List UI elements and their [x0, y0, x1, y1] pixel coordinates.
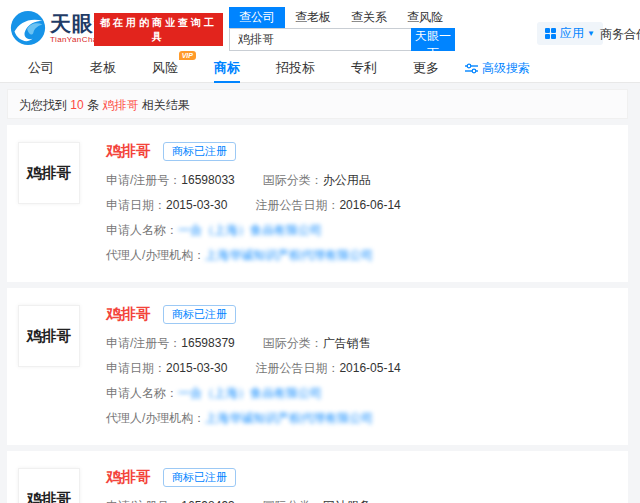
apply-date-value: 2015-03-30 — [166, 361, 227, 375]
nav-item-more[interactable]: 更多 — [413, 55, 439, 83]
search-tab-risk[interactable]: 查风险 — [397, 7, 453, 28]
nav-item-patent[interactable]: 专利 — [351, 55, 377, 83]
agent-link[interactable]: 上海华诚知识产权代理有限公司 — [205, 406, 373, 431]
announce-date-value: 2016-06-14 — [339, 198, 400, 212]
trademark-result-card: 鸡排哥 鸡排哥 商标已注册 申请/注册号：16598379 国际分类：广告销售 … — [7, 288, 628, 445]
status-badge: 商标已注册 — [163, 305, 236, 324]
apps-label: 应用 — [560, 25, 584, 42]
nav-item-boss[interactable]: 老板 — [90, 55, 116, 83]
business-cooperation-link[interactable]: 商务合作 — [600, 26, 640, 43]
chevron-down-icon: ▼ — [587, 29, 595, 38]
reg-no-value: 16598493 — [181, 499, 234, 503]
advanced-search-label: 高级搜索 — [482, 60, 530, 77]
eye-logo-icon — [10, 10, 46, 46]
search-input[interactable] — [229, 28, 411, 51]
category-nav: 公司 老板 风险VIP 商标 招投标 专利 更多 高级搜索 — [0, 55, 640, 83]
search-tab-relation[interactable]: 查关系 — [341, 7, 397, 28]
nav-item-company[interactable]: 公司 — [28, 55, 54, 83]
vip-badge: VIP — [179, 51, 196, 60]
trademark-image[interactable]: 鸡排哥 — [18, 305, 80, 367]
banner-line1: 都在用的商业查询工具 — [94, 16, 223, 44]
reg-no-value: 16598033 — [181, 173, 234, 187]
apps-grid-icon — [545, 28, 556, 39]
announce-date-value: 2016-05-14 — [339, 361, 400, 375]
agent-link[interactable]: 上海华诚知识产权代理有限公司 — [205, 243, 373, 268]
trademark-title-link[interactable]: 鸡排哥 — [106, 468, 151, 487]
search-tab-company[interactable]: 查公司 — [229, 7, 285, 28]
header: 天眼查 TianYanCha.com 都在用的商业查询工具 国家中小企业发展子基… — [0, 0, 640, 55]
results-count: 10 — [70, 98, 83, 112]
status-badge: 商标已注册 — [163, 142, 236, 161]
trademark-result-card: 鸡排哥 鸡排哥 商标已注册 申请/注册号：16598493 国际分类：网站服务 … — [7, 451, 628, 503]
advanced-search-link[interactable]: 高级搜索 — [465, 60, 530, 77]
trademark-image[interactable]: 鸡排哥 — [18, 468, 80, 503]
apply-date-value: 2015-03-30 — [166, 198, 227, 212]
nav-item-risk[interactable]: 风险VIP — [152, 55, 178, 83]
reg-no-value: 16598379 — [181, 336, 234, 350]
search-button[interactable]: 天眼一下 — [411, 28, 455, 51]
intl-class-value: 广告销售 — [323, 336, 371, 350]
search-area: 查公司 查老板 查关系 查风险 天眼一下 — [229, 7, 455, 51]
trademark-image[interactable]: 鸡排哥 — [18, 142, 80, 204]
nav-item-bidding[interactable]: 招投标 — [276, 55, 315, 83]
applicant-link[interactable]: 一合（上海）食品有限公司 — [178, 218, 322, 243]
intl-class-value: 办公用品 — [323, 173, 371, 187]
status-badge: 商标已注册 — [163, 468, 236, 487]
filter-sliders-icon — [465, 63, 478, 74]
search-tab-boss[interactable]: 查老板 — [285, 7, 341, 28]
nav-item-trademark[interactable]: 商标 — [214, 55, 240, 83]
apps-dropdown[interactable]: 应用 ▼ — [537, 22, 603, 45]
trademark-title-link[interactable]: 鸡排哥 — [106, 142, 151, 161]
promo-banner: 都在用的商业查询工具 国家中小企业发展子基金旗下机构 — [94, 13, 223, 46]
applicant-link[interactable]: 一合（上海）食品有限公司 — [178, 381, 322, 406]
trademark-result-card: 鸡排哥 鸡排哥 商标已注册 申请/注册号：16598033 国际分类：办公用品 … — [7, 125, 628, 282]
trademark-title-link[interactable]: 鸡排哥 — [106, 305, 151, 324]
intl-class-value: 网站服务 — [323, 499, 371, 503]
results-keyword: 鸡排哥 — [102, 98, 138, 112]
results-summary: 为您找到 10 条 鸡排哥 相关结果 — [7, 89, 628, 119]
search-tabs: 查公司 查老板 查关系 查风险 — [229, 7, 455, 28]
